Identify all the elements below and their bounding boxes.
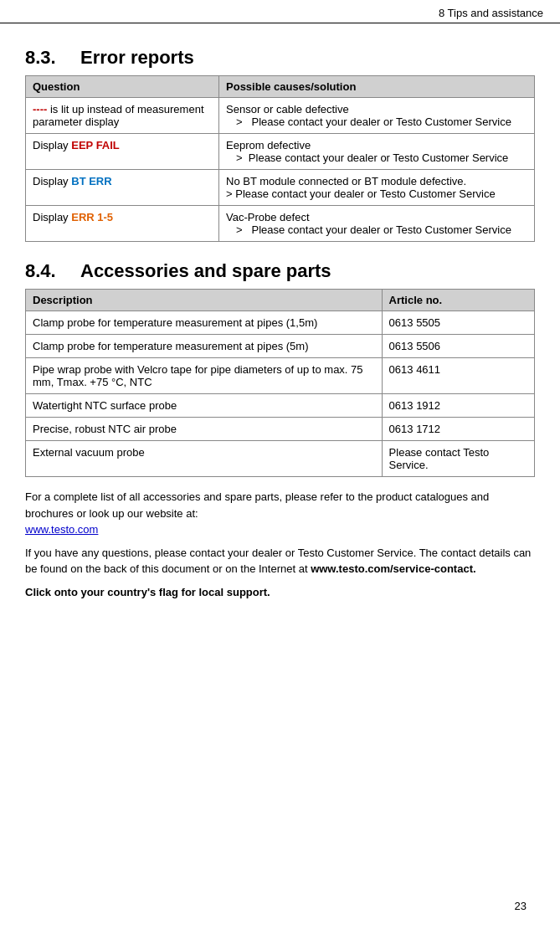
- table-row: Clamp probe for temperature measurement …: [26, 311, 535, 335]
- accessories-table: Description Article no. Clamp probe for …: [25, 289, 535, 477]
- question-prefix-2: Display: [33, 139, 71, 151]
- section-83-heading: Error reports: [80, 47, 194, 69]
- accessory-desc-5: Precise, robust NTC air probe: [26, 418, 383, 441]
- error-reports-table: Question Possible causes/solution ---- i…: [25, 75, 535, 242]
- section-83-title: 8.3. Error reports: [25, 47, 535, 69]
- question-highlight-4: ERR 1-5: [71, 211, 113, 223]
- error-question-2: Display EEP FAIL: [26, 134, 219, 170]
- accessory-desc-4: Watertight NTC surface probe: [26, 394, 383, 418]
- error-question-3: Display BT ERR: [26, 170, 219, 206]
- error-solution-1: Sensor or cable defective > Please conta…: [219, 98, 535, 134]
- main-content: 8.3. Error reports Question Possible cau…: [0, 23, 560, 617]
- footer-para2-bold: www.testo.com/service-contact.: [311, 562, 475, 575]
- table-row: External vacuum probe Please contact Tes…: [26, 441, 535, 477]
- table-header-question: Question: [26, 76, 219, 98]
- error-solution-3: No BT module connected or BT module defe…: [219, 170, 535, 206]
- section-84-title: 8.4. Accessories and spare parts: [25, 260, 535, 282]
- section-84-heading: Accessories and spare parts: [80, 260, 331, 282]
- table-row: Pipe wrap probe with Velcro tape for pip…: [26, 358, 535, 394]
- question-prefix-3: Display: [33, 175, 71, 187]
- footer-para3-bold: Click onto your country's flag for local…: [25, 586, 270, 598]
- accessory-desc-6: External vacuum probe: [26, 441, 383, 477]
- accessory-article-1: 0613 5505: [382, 311, 534, 335]
- question-text-1b: is lit up instead of measurement paramet…: [33, 103, 204, 128]
- accessory-article-4: 0613 1912: [382, 394, 534, 418]
- accessory-article-6: Please contact Testo Service.: [382, 441, 534, 477]
- accessory-desc-3: Pipe wrap probe with Velcro tape for pip…: [26, 358, 383, 394]
- table-header-solution: Possible causes/solution: [219, 76, 535, 98]
- footer-para3: Click onto your country's flag for local…: [25, 584, 535, 601]
- section-84-number: 8.4.: [25, 260, 67, 282]
- accessory-article-5: 0613 1712: [382, 418, 534, 441]
- accessory-desc-1: Clamp probe for temperature measurement …: [26, 311, 383, 335]
- header-text: 8 Tips and assistance: [439, 7, 543, 19]
- accessory-desc-2: Clamp probe for temperature measurement …: [26, 335, 383, 358]
- table-header-description: Description: [26, 290, 383, 311]
- footer-para1-text: For a complete list of all accessories a…: [25, 490, 489, 520]
- error-question-1: ---- is lit up instead of measurement pa…: [26, 98, 219, 134]
- error-solution-2: Eeprom defective > Please contact your d…: [219, 134, 535, 170]
- question-highlight-2: EEP FAIL: [71, 139, 120, 151]
- question-text-1: ----: [33, 103, 47, 115]
- table-row: Watertight NTC surface probe 0613 1912: [26, 394, 535, 418]
- question-prefix-4: Display: [33, 211, 71, 223]
- table-row: Display ERR 1-5 Vac-Probe defect > Pleas…: [26, 206, 535, 242]
- accessory-article-2: 0613 5506: [382, 335, 534, 358]
- table-header-article: Article no.: [382, 290, 534, 311]
- page-header: 8 Tips and assistance: [0, 0, 560, 23]
- footer-link[interactable]: www.testo.com: [25, 523, 98, 536]
- page-number: 23: [498, 891, 543, 921]
- table-row: Display EEP FAIL Eeprom defective > Plea…: [26, 134, 535, 170]
- table-row: Precise, robust NTC air probe 0613 1712: [26, 418, 535, 441]
- table-row: Clamp probe for temperature measurement …: [26, 335, 535, 358]
- error-solution-4: Vac-Probe defect > Please contact your d…: [219, 206, 535, 242]
- table-row: Display BT ERR No BT module connected or…: [26, 170, 535, 206]
- table-row: ---- is lit up instead of measurement pa…: [26, 98, 535, 134]
- question-highlight-3: BT ERR: [71, 175, 111, 187]
- footer-para2: If you have any questions, please contac…: [25, 545, 535, 577]
- section-83-number: 8.3.: [25, 47, 67, 69]
- error-question-4: Display ERR 1-5: [26, 206, 219, 242]
- footer-para1: For a complete list of all accessories a…: [25, 489, 535, 538]
- accessory-article-3: 0613 4611: [382, 358, 534, 394]
